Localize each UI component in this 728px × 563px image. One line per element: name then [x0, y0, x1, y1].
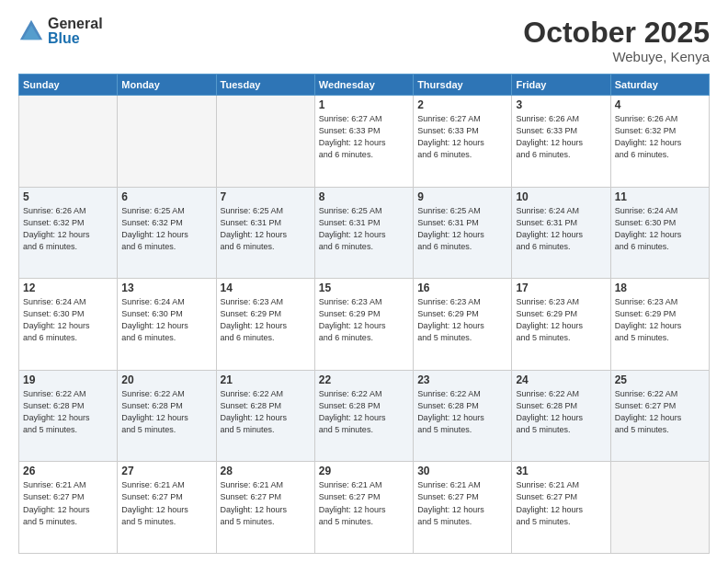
day-info: Sunrise: 6:25 AM Sunset: 6:31 PM Dayligh… — [417, 205, 507, 253]
table-row: 3Sunrise: 6:26 AM Sunset: 6:33 PM Daylig… — [512, 96, 610, 188]
table-row: 21Sunrise: 6:22 AM Sunset: 6:28 PM Dayli… — [216, 370, 314, 462]
calendar-week-row: 19Sunrise: 6:22 AM Sunset: 6:28 PM Dayli… — [19, 370, 710, 462]
day-number: 10 — [516, 190, 606, 203]
table-row: 24Sunrise: 6:22 AM Sunset: 6:28 PM Dayli… — [512, 370, 610, 462]
day-info: Sunrise: 6:24 AM Sunset: 6:30 PM Dayligh… — [615, 205, 705, 253]
col-sunday: Sunday — [19, 75, 118, 96]
day-number: 24 — [516, 373, 606, 386]
day-number: 19 — [23, 373, 113, 386]
day-number: 26 — [23, 465, 113, 477]
day-info: Sunrise: 6:21 AM Sunset: 6:27 PM Dayligh… — [319, 479, 409, 527]
calendar: Sunday Monday Tuesday Wednesday Thursday… — [18, 74, 710, 554]
table-row: 30Sunrise: 6:21 AM Sunset: 6:27 PM Dayli… — [414, 462, 512, 554]
day-number: 21 — [221, 373, 311, 386]
table-row: 28Sunrise: 6:21 AM Sunset: 6:27 PM Dayli… — [216, 462, 314, 554]
day-info: Sunrise: 6:22 AM Sunset: 6:28 PM Dayligh… — [121, 388, 211, 436]
day-info: Sunrise: 6:21 AM Sunset: 6:27 PM Dayligh… — [417, 479, 507, 527]
table-row — [19, 96, 118, 188]
col-monday: Monday — [118, 75, 216, 96]
table-row: 29Sunrise: 6:21 AM Sunset: 6:27 PM Dayli… — [314, 462, 413, 554]
table-row: 2Sunrise: 6:27 AM Sunset: 6:33 PM Daylig… — [414, 96, 512, 188]
day-info: Sunrise: 6:22 AM Sunset: 6:28 PM Dayligh… — [417, 388, 507, 436]
col-saturday: Saturday — [610, 75, 709, 96]
logo-blue: Blue — [48, 31, 103, 46]
table-row: 23Sunrise: 6:22 AM Sunset: 6:28 PM Dayli… — [414, 370, 512, 462]
day-info: Sunrise: 6:27 AM Sunset: 6:33 PM Dayligh… — [319, 113, 409, 161]
table-row: 12Sunrise: 6:24 AM Sunset: 6:30 PM Dayli… — [19, 279, 118, 371]
table-row: 11Sunrise: 6:24 AM Sunset: 6:30 PM Dayli… — [610, 187, 709, 279]
table-row: 4Sunrise: 6:26 AM Sunset: 6:32 PM Daylig… — [610, 96, 709, 188]
day-number: 11 — [615, 190, 705, 203]
day-number: 25 — [615, 373, 705, 386]
col-wednesday: Wednesday — [314, 75, 413, 96]
month-title: October 2025 — [523, 17, 710, 49]
table-row: 17Sunrise: 6:23 AM Sunset: 6:29 PM Dayli… — [512, 279, 610, 371]
day-info: Sunrise: 6:21 AM Sunset: 6:27 PM Dayligh… — [516, 479, 606, 527]
day-number: 9 — [417, 190, 507, 203]
day-info: Sunrise: 6:21 AM Sunset: 6:27 PM Dayligh… — [121, 479, 211, 527]
day-info: Sunrise: 6:22 AM Sunset: 6:28 PM Dayligh… — [319, 388, 409, 436]
day-info: Sunrise: 6:26 AM Sunset: 6:32 PM Dayligh… — [615, 113, 705, 161]
day-number: 12 — [23, 282, 113, 294]
day-info: Sunrise: 6:21 AM Sunset: 6:27 PM Dayligh… — [23, 479, 113, 527]
table-row: 10Sunrise: 6:24 AM Sunset: 6:31 PM Dayli… — [512, 187, 610, 279]
day-number: 18 — [615, 282, 705, 294]
day-info: Sunrise: 6:24 AM Sunset: 6:30 PM Dayligh… — [23, 296, 113, 344]
day-info: Sunrise: 6:23 AM Sunset: 6:29 PM Dayligh… — [417, 296, 507, 344]
day-number: 13 — [121, 282, 211, 294]
title-block: October 2025 Webuye, Kenya — [523, 17, 710, 64]
table-row — [118, 96, 216, 188]
day-number: 2 — [417, 98, 507, 111]
day-info: Sunrise: 6:23 AM Sunset: 6:29 PM Dayligh… — [516, 296, 606, 344]
day-number: 6 — [121, 190, 211, 203]
day-info: Sunrise: 6:22 AM Sunset: 6:28 PM Dayligh… — [23, 388, 113, 436]
day-info: Sunrise: 6:26 AM Sunset: 6:33 PM Dayligh… — [516, 113, 606, 161]
table-row: 22Sunrise: 6:22 AM Sunset: 6:28 PM Dayli… — [314, 370, 413, 462]
table-row: 8Sunrise: 6:25 AM Sunset: 6:31 PM Daylig… — [314, 187, 413, 279]
day-number: 28 — [221, 465, 311, 477]
day-info: Sunrise: 6:25 AM Sunset: 6:32 PM Dayligh… — [121, 205, 211, 253]
table-row: 7Sunrise: 6:25 AM Sunset: 6:31 PM Daylig… — [216, 187, 314, 279]
table-row: 1Sunrise: 6:27 AM Sunset: 6:33 PM Daylig… — [314, 96, 413, 188]
day-number: 27 — [121, 465, 211, 477]
day-info: Sunrise: 6:23 AM Sunset: 6:29 PM Dayligh… — [319, 296, 409, 344]
day-number: 1 — [319, 98, 409, 111]
page: General Blue October 2025 Webuye, Kenya … — [0, 0, 728, 563]
day-info: Sunrise: 6:21 AM Sunset: 6:27 PM Dayligh… — [221, 479, 311, 527]
logo-general: General — [48, 17, 103, 31]
day-info: Sunrise: 6:23 AM Sunset: 6:29 PM Dayligh… — [615, 296, 705, 344]
day-info: Sunrise: 6:22 AM Sunset: 6:28 PM Dayligh… — [516, 388, 606, 436]
table-row: 6Sunrise: 6:25 AM Sunset: 6:32 PM Daylig… — [118, 187, 216, 279]
table-row: 14Sunrise: 6:23 AM Sunset: 6:29 PM Dayli… — [216, 279, 314, 371]
table-row: 20Sunrise: 6:22 AM Sunset: 6:28 PM Dayli… — [118, 370, 216, 462]
table-row: 15Sunrise: 6:23 AM Sunset: 6:29 PM Dayli… — [314, 279, 413, 371]
day-number: 31 — [516, 465, 606, 477]
calendar-week-row: 1Sunrise: 6:27 AM Sunset: 6:33 PM Daylig… — [19, 96, 710, 188]
header: General Blue October 2025 Webuye, Kenya — [18, 17, 710, 64]
table-row — [216, 96, 314, 188]
logo-icon — [18, 18, 44, 44]
day-info: Sunrise: 6:22 AM Sunset: 6:27 PM Dayligh… — [615, 388, 705, 436]
day-number: 20 — [121, 373, 211, 386]
day-info: Sunrise: 6:24 AM Sunset: 6:31 PM Dayligh… — [516, 205, 606, 253]
day-number: 17 — [516, 282, 606, 294]
col-thursday: Thursday — [414, 75, 512, 96]
col-friday: Friday — [512, 75, 610, 96]
table-row: 27Sunrise: 6:21 AM Sunset: 6:27 PM Dayli… — [118, 462, 216, 554]
col-tuesday: Tuesday — [216, 75, 314, 96]
day-number: 8 — [319, 190, 409, 203]
day-number: 5 — [23, 190, 113, 203]
day-number: 4 — [615, 98, 705, 111]
table-row: 25Sunrise: 6:22 AM Sunset: 6:27 PM Dayli… — [610, 370, 709, 462]
day-info: Sunrise: 6:24 AM Sunset: 6:30 PM Dayligh… — [121, 296, 211, 344]
table-row: 13Sunrise: 6:24 AM Sunset: 6:30 PM Dayli… — [118, 279, 216, 371]
day-number: 15 — [319, 282, 409, 294]
day-info: Sunrise: 6:23 AM Sunset: 6:29 PM Dayligh… — [221, 296, 311, 344]
day-info: Sunrise: 6:27 AM Sunset: 6:33 PM Dayligh… — [417, 113, 507, 161]
table-row: 19Sunrise: 6:22 AM Sunset: 6:28 PM Dayli… — [19, 370, 118, 462]
calendar-week-row: 5Sunrise: 6:26 AM Sunset: 6:32 PM Daylig… — [19, 187, 710, 279]
logo-text: General Blue — [48, 17, 103, 46]
calendar-week-row: 26Sunrise: 6:21 AM Sunset: 6:27 PM Dayli… — [19, 462, 710, 554]
day-number: 29 — [319, 465, 409, 477]
day-info: Sunrise: 6:22 AM Sunset: 6:28 PM Dayligh… — [221, 388, 311, 436]
